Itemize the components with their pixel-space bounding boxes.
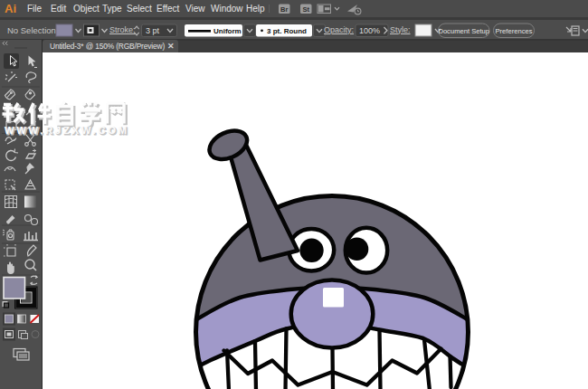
svg-text:WWW.RJZXW.COM: WWW.RJZXW.COM — [5, 125, 129, 136]
